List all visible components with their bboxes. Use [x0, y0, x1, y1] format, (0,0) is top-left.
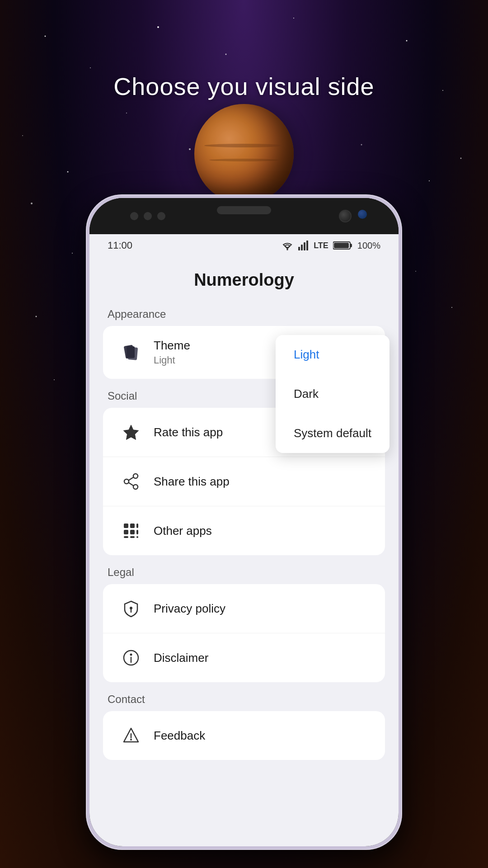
phone-frame: 11:00 LTE	[86, 194, 402, 850]
svg-point-48	[124, 479, 129, 484]
theme-icon-container	[119, 341, 143, 364]
svg-rect-45	[127, 346, 135, 358]
share-icon-container	[119, 470, 143, 493]
battery-icon	[333, 241, 353, 250]
svg-rect-55	[124, 530, 128, 534]
svg-point-14	[429, 180, 430, 181]
screen-content: Numerology Appearance Theme L	[89, 257, 399, 846]
svg-rect-56	[130, 530, 135, 534]
svg-point-25	[415, 271, 416, 272]
star-icon	[122, 423, 140, 441]
dropdown-option-light[interactable]: Light	[276, 335, 389, 374]
theme-text-group: Theme Light	[154, 339, 190, 366]
shield-icon	[122, 599, 140, 618]
speaker	[217, 206, 271, 214]
svg-rect-38	[304, 242, 305, 250]
svg-point-21	[72, 253, 73, 254]
hero-text: Choose you visual side	[0, 72, 488, 100]
svg-point-49	[133, 485, 138, 489]
phone-hardware-bar	[89, 198, 399, 234]
grid-icon	[122, 522, 140, 540]
share-app-item[interactable]: Share this app	[103, 457, 385, 506]
privacy-policy-item[interactable]: Privacy policy	[103, 584, 385, 633]
privacy-policy-label: Privacy policy	[154, 602, 225, 616]
svg-point-1	[90, 67, 91, 68]
alert-icon	[122, 726, 140, 745]
disclaimer-item[interactable]: Disclaimer	[103, 633, 385, 682]
info-icon-container	[119, 646, 143, 670]
theme-item[interactable]: Theme Light Light Dark System default	[103, 326, 385, 379]
theme-label: Theme	[154, 339, 190, 353]
status-icons: LTE 100%	[281, 241, 380, 251]
app-title: Numerology	[89, 257, 399, 299]
side-sensors	[130, 212, 165, 220]
svg-point-6	[406, 40, 408, 42]
status-bar: 11:00 LTE	[89, 234, 399, 257]
planet-image	[194, 104, 294, 203]
svg-point-4	[293, 18, 294, 19]
front-sensors	[339, 210, 367, 222]
dropdown-option-system[interactable]: System default	[276, 414, 389, 453]
contact-card: Feedback	[103, 711, 385, 760]
svg-point-32	[54, 379, 55, 380]
battery-percent: 100%	[357, 241, 380, 251]
front-camera-area	[217, 206, 271, 214]
svg-point-20	[460, 158, 462, 159]
svg-line-51	[129, 483, 134, 486]
svg-rect-53	[130, 524, 135, 528]
svg-point-13	[361, 144, 362, 146]
appearance-card: Theme Light Light Dark System default	[103, 326, 385, 379]
svg-point-8	[22, 135, 23, 136]
share-icon	[122, 472, 140, 491]
other-apps-label: Other apps	[154, 524, 212, 538]
info-icon	[122, 649, 140, 667]
svg-point-11	[189, 148, 191, 150]
shield-icon-container	[119, 597, 143, 620]
svg-point-9	[67, 171, 69, 173]
disclaimer-label: Disclaimer	[154, 651, 208, 665]
section-label-contact: Contact	[89, 684, 399, 711]
legal-card: Privacy policy Disclaimer	[103, 584, 385, 682]
sensor-dot-2	[144, 212, 152, 220]
status-time: 11:00	[108, 240, 132, 251]
svg-point-67	[130, 739, 132, 741]
svg-point-26	[36, 316, 37, 317]
svg-rect-60	[136, 536, 138, 538]
svg-rect-39	[306, 241, 308, 250]
svg-point-2	[157, 26, 159, 28]
ir-sensor	[358, 210, 367, 219]
svg-rect-59	[130, 536, 135, 538]
svg-marker-46	[123, 425, 139, 439]
dropdown-option-dark[interactable]: Dark	[276, 374, 389, 414]
svg-rect-41	[350, 244, 352, 247]
svg-rect-58	[124, 536, 128, 538]
feedback-label: Feedback	[154, 729, 205, 743]
phone-inner: 11:00 LTE	[89, 198, 399, 846]
theme-icon	[122, 344, 140, 362]
svg-rect-52	[124, 524, 128, 528]
feedback-item[interactable]: Feedback	[103, 711, 385, 760]
sensor-dot-1	[130, 212, 138, 220]
svg-point-10	[126, 113, 127, 113]
svg-point-31	[451, 307, 452, 308]
signal-icon	[298, 241, 309, 250]
rate-app-label: Rate this app	[154, 425, 223, 439]
sensor-dot-3	[157, 212, 165, 220]
svg-point-15	[31, 203, 33, 204]
svg-rect-57	[136, 530, 138, 534]
svg-point-64	[130, 654, 132, 656]
wifi-icon	[281, 241, 294, 250]
star-icon-container	[119, 420, 143, 444]
share-app-label: Share this app	[154, 475, 230, 489]
svg-rect-54	[136, 524, 138, 528]
theme-dropdown[interactable]: Light Dark System default	[276, 335, 389, 453]
svg-point-35	[286, 249, 288, 250]
svg-point-0	[45, 36, 46, 37]
section-label-legal: Legal	[89, 557, 399, 584]
other-apps-item[interactable]: Other apps	[103, 506, 385, 555]
svg-point-47	[133, 474, 138, 478]
front-camera	[339, 210, 352, 222]
svg-line-50	[129, 477, 134, 481]
theme-value: Light	[154, 354, 190, 366]
svg-rect-37	[301, 245, 303, 250]
